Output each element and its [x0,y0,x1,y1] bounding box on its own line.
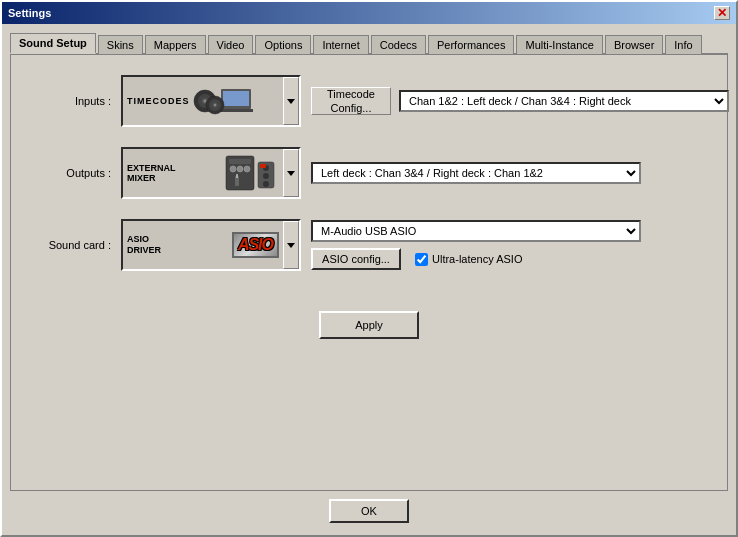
svg-point-6 [203,100,206,103]
inputs-device-inner: TIMECODES [123,77,283,125]
dropdown-arrow-icon-3 [287,243,295,248]
tab-sound-setup[interactable]: Sound Setup [10,33,96,54]
timecode-config-row: TimecodeConfig... Chan 1&2 : Left deck /… [311,87,729,115]
svg-point-14 [237,166,243,172]
ultra-latency-label: Ultra-latency ASIO [432,253,522,265]
svg-point-10 [213,104,215,106]
svg-point-20 [263,173,269,179]
inputs-config-area: TimecodeConfig... Chan 1&2 : Left deck /… [311,87,729,115]
timecode-config-label: TimecodeConfig... [327,87,375,116]
tab-multi-instance[interactable]: Multi-Instance [516,35,602,54]
inputs-label: Inputs : [41,95,111,107]
soundcard-device-inner: ASIODRIVER ASIO [123,221,283,269]
soundcard-select[interactable]: M-Audio USB ASIO [311,220,641,242]
soundcard-device-box: ASIODRIVER ASIO [121,219,301,271]
asio-config-button[interactable]: ASIO config... [311,248,401,270]
tab-mappers[interactable]: Mappers [145,35,206,54]
title-bar: Settings ✕ [2,2,736,24]
asio-logo-text: ASIO [238,236,273,254]
outputs-select[interactable]: Left deck : Chan 3&4 / Right deck : Chan… [311,162,641,184]
settings-window: Settings ✕ Sound Setup Skins Mappers Vid… [0,0,738,537]
outputs-device-label: EXTERNALMIXER [127,163,176,183]
svg-point-21 [263,181,269,187]
dropdown-arrow-icon [287,99,295,104]
outputs-label: Outputs : [41,167,111,179]
outputs-graphic [224,152,279,194]
tab-content-sound-setup: Inputs : TIMECODES [10,55,728,491]
tab-options[interactable]: Options [255,35,311,54]
outputs-device-inner: EXTERNALMIXER [123,149,283,197]
window-title: Settings [8,7,51,19]
window-body: Sound Setup Skins Mappers Video Options … [2,24,736,535]
svg-rect-17 [236,174,238,178]
tab-bar: Sound Setup Skins Mappers Video Options … [10,32,728,55]
external-mixer-label-area: EXTERNALMIXER [127,163,224,183]
soundcard-row: Sound card : ASIODRIVER ASIO [41,219,697,271]
bottom-bar: OK [10,491,728,527]
timecodes-label: TIMECODES [127,96,190,106]
soundcard-device-dropdown-btn[interactable] [283,221,299,269]
inputs-device-dropdown-btn[interactable] [283,77,299,125]
dropdown-arrow-icon-2 [287,171,295,176]
svg-rect-1 [223,91,249,106]
timecodes-icon-area: TIMECODES [127,81,253,121]
apply-label: Apply [355,319,383,331]
tab-info[interactable]: Info [665,35,701,54]
svg-rect-22 [260,164,266,168]
inputs-select[interactable]: Chan 1&2 : Left deck / Chan 3&4 : Right … [399,90,729,112]
ultra-latency-checkbox[interactable] [415,253,428,266]
ok-button[interactable]: OK [329,499,409,523]
timecode-config-button[interactable]: TimecodeConfig... [311,87,391,115]
soundcard-config-area: M-Audio USB ASIO ASIO config... Ultra-la… [311,220,641,270]
inputs-device-box: TIMECODES [121,75,301,127]
asio-options-row: ASIO config... Ultra-latency ASIO [311,248,641,270]
tab-skins[interactable]: Skins [98,35,143,54]
close-button[interactable]: ✕ [714,6,730,20]
tab-video[interactable]: Video [208,35,254,54]
inputs-row: Inputs : TIMECODES [41,75,697,127]
tab-browser[interactable]: Browser [605,35,663,54]
apply-button[interactable]: Apply [319,311,419,339]
soundcard-label: Sound card : [41,239,111,251]
asio-logo-box: ASIO [232,232,279,258]
tab-performances[interactable]: Performances [428,35,514,54]
soundcard-device-label: ASIODRIVER [127,234,161,256]
svg-point-15 [244,166,250,172]
tab-codecs[interactable]: Codecs [371,35,426,54]
svg-point-13 [230,166,236,172]
outputs-device-dropdown-btn[interactable] [283,149,299,197]
close-icon: ✕ [717,6,727,20]
outputs-row: Outputs : EXTERNALMIXER [41,147,697,199]
svg-rect-12 [229,159,251,164]
timecodes-graphic [193,81,253,121]
tab-internet[interactable]: Internet [313,35,368,54]
outputs-device-box: EXTERNALMIXER [121,147,301,199]
asio-config-label: ASIO config... [322,253,390,265]
apply-section: Apply [41,311,697,339]
asio-driver-label-area: ASIODRIVER [127,234,232,256]
ok-label: OK [361,505,377,517]
